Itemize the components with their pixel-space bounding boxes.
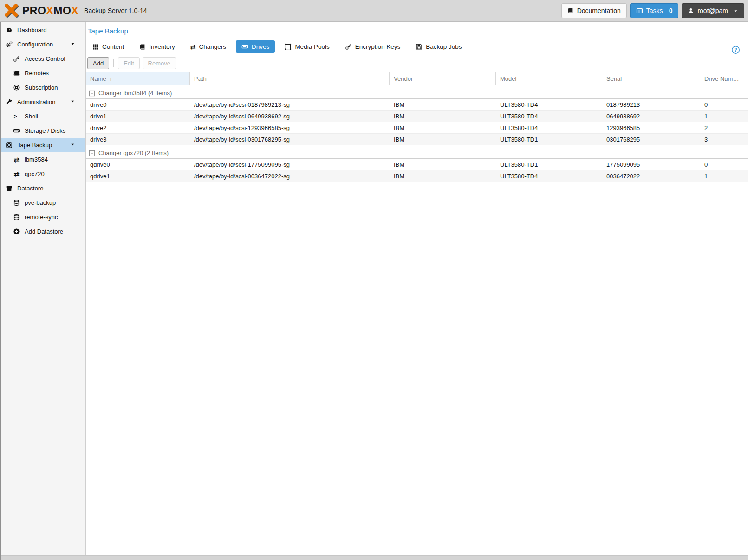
sidebar-item-label: pve-backup	[25, 199, 56, 206]
cell-path: /dev/tape/by-id/scsi-0301768295-sg	[190, 134, 390, 145]
group-header-changer-ibm3584-4-items[interactable]: Changer ibm3584 (4 Items)	[86, 87, 748, 99]
sidebar-item-label: Tape Backup	[17, 142, 52, 149]
cell-serial: 0036472022	[602, 170, 700, 182]
cell-vendor: IBM	[390, 134, 496, 145]
database-icon	[13, 214, 20, 221]
group-header-changer-qpx720-2-items[interactable]: Changer qpx720 (2 Items)	[86, 147, 748, 159]
user-menu-button[interactable]: root@pam	[682, 3, 744, 18]
toolbar-separator	[113, 59, 114, 67]
collapse-icon	[89, 150, 95, 156]
tab-media-pools[interactable]: Media Pools	[279, 40, 335, 53]
tab-label: Encryption Keys	[355, 43, 401, 50]
sidebar-item-label: Access Control	[25, 55, 65, 62]
tab-label: Changers	[199, 43, 227, 50]
table-row-drive2[interactable]: drive2/dev/tape/by-id/scsi-1293966585-sg…	[86, 122, 748, 134]
window-left-edge	[0, 22, 1, 560]
column-label: Serial	[606, 75, 622, 82]
column-header-name[interactable]: Name↑	[86, 72, 190, 85]
table-row-drive1[interactable]: drive1/dev/tape/by-id/scsi-0649938692-sg…	[86, 111, 748, 122]
tab-encryption-keys[interactable]: Encryption Keys	[339, 40, 406, 53]
column-label: Name	[90, 75, 106, 82]
cell-name: qdrive0	[86, 159, 190, 170]
help-icon[interactable]: ?	[731, 46, 740, 54]
object-group-icon	[285, 43, 292, 50]
cell-drive_number: 0	[700, 159, 748, 170]
user-icon	[688, 7, 694, 14]
sidebar-item-tape-backup[interactable]: Tape Backup	[0, 138, 85, 152]
sidebar-item-add-datastore[interactable]: Add Datastore	[0, 224, 85, 239]
horizontal-scrollbar-track[interactable]	[0, 555, 748, 560]
cell-model: ULT3580-TD4	[496, 111, 602, 122]
tab-changers[interactable]: ⇄Changers	[185, 40, 232, 53]
column-header-serial[interactable]: Serial	[602, 72, 700, 85]
collapse-icon	[89, 90, 95, 97]
product-version: Backup Server 1.0-14	[84, 7, 147, 14]
sidebar-item-label: Configuration	[17, 41, 53, 48]
wrench-icon	[5, 98, 13, 105]
svg-text:?: ?	[734, 47, 737, 52]
sidebar-item-administration[interactable]: Administration	[0, 95, 85, 109]
column-header-drive_number[interactable]: Drive Num…	[700, 72, 748, 85]
sidebar-item-subscription[interactable]: Subscription	[0, 80, 85, 95]
tab-inventory[interactable]: Inventory	[134, 40, 181, 53]
sidebar-item-configuration[interactable]: Configuration	[0, 37, 85, 52]
cell-serial: 0187989213	[602, 99, 700, 110]
tasks-count-badge: 0	[669, 7, 673, 14]
top-header: PROXMOX Backup Server 1.0-14 Documentati…	[0, 0, 748, 22]
tasks-label: Tasks	[646, 7, 663, 14]
sidebar-item-dashboard[interactable]: Dashboard	[0, 23, 85, 37]
sidebar-item-datastore[interactable]: Datastore	[0, 181, 85, 195]
sidebar-item-label: Datastore	[17, 185, 43, 192]
remove-button: Remove	[143, 57, 176, 69]
add-button[interactable]: Add	[87, 57, 109, 69]
content-panel: Tape Backup ? ContentInventory⇄ChangersD…	[86, 22, 748, 555]
column-header-path[interactable]: Path	[190, 72, 390, 85]
table-row-drive0[interactable]: drive0/dev/tape/by-id/scsi-0187989213-sg…	[86, 99, 748, 111]
edit-button: Edit	[118, 57, 139, 69]
cell-path: /dev/tape/by-id/scsi-0036472022-sg	[190, 170, 390, 182]
tab-bar: ContentInventory⇄ChangersDrivesMedia Poo…	[86, 39, 748, 54]
cell-serial: 1293966585	[602, 122, 700, 133]
column-header-vendor[interactable]: Vendor	[390, 72, 496, 85]
caret-down-icon	[69, 99, 77, 104]
sidebar-item-label: Storage / Disks	[25, 127, 65, 134]
cell-model: ULT3580-TD4	[496, 122, 602, 133]
cell-serial: 0301768295	[602, 134, 700, 145]
sidebar-item-label: Dashboard	[17, 26, 47, 33]
cell-path: /dev/tape/by-id/scsi-0187989213-sg	[190, 99, 390, 110]
key-icon	[13, 55, 20, 62]
exchange-icon: ⇄	[190, 44, 196, 50]
cell-serial: 1775099095	[602, 159, 700, 170]
cell-model: ULT3580-TD4	[496, 99, 602, 110]
sidebar-item-ibm3584[interactable]: ⇄ibm3584	[0, 152, 85, 167]
tab-backup-jobs[interactable]: Backup Jobs	[410, 40, 467, 53]
table-row-drive3[interactable]: drive3/dev/tape/by-id/scsi-0301768295-sg…	[86, 134, 748, 145]
database-icon	[13, 199, 20, 206]
sidebar-item-remote-sync[interactable]: remote-sync	[0, 210, 85, 224]
sidebar-item-remotes[interactable]: Remotes	[0, 66, 85, 80]
grid-header-row: Name↑PathVendorModelSerialDrive Num…	[86, 72, 748, 85]
column-label: Model	[500, 75, 516, 82]
table-row-qdrive1[interactable]: qdrive1/dev/tape/by-id/scsi-0036472022-s…	[86, 170, 748, 182]
sidebar-item-label: remote-sync	[25, 214, 58, 221]
cell-drive_number: 3	[700, 134, 748, 145]
sidebar-item-access-control[interactable]: Access Control	[0, 52, 85, 66]
tasks-button[interactable]: Tasks 0	[630, 3, 679, 18]
group-label: Changer qpx720 (2 Items)	[98, 150, 169, 156]
server-list-icon	[13, 70, 20, 77]
cell-name: drive1	[86, 111, 190, 122]
sidebar-item-pve-backup[interactable]: pve-backup	[0, 195, 85, 210]
column-header-model[interactable]: Model	[496, 72, 602, 85]
tachometer-icon	[5, 26, 13, 33]
tab-content[interactable]: Content	[87, 40, 130, 53]
sort-asc-icon: ↑	[109, 75, 112, 82]
terminal-icon: >_	[13, 113, 20, 120]
cell-model: ULT3580-TD4	[496, 170, 602, 182]
sidebar-item-shell[interactable]: >_Shell	[0, 109, 85, 124]
tab-drives[interactable]: Drives	[236, 40, 275, 53]
table-row-qdrive0[interactable]: qdrive0/dev/tape/by-id/scsi-1775099095-s…	[86, 159, 748, 170]
documentation-button[interactable]: Documentation	[561, 3, 627, 18]
sidebar-item-storage-disks[interactable]: Storage / Disks	[0, 124, 85, 138]
sidebar-item-qpx720[interactable]: ⇄qpx720	[0, 167, 85, 181]
grid-icon	[92, 44, 99, 50]
